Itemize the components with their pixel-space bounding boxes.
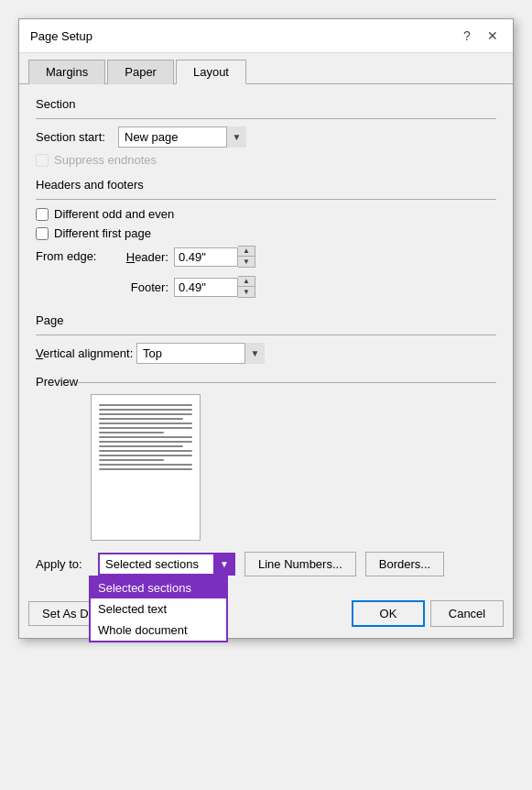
header-spinner-buttons: ▲ ▼ — [238, 246, 255, 268]
odd-even-row: Different odd and even — [36, 207, 496, 221]
suppress-endnotes-row: Suppress endnotes — [36, 153, 496, 167]
tab-bar: Margins Paper Layout — [19, 53, 513, 84]
header-spinner-group: Header: ▲ ▼ — [118, 246, 255, 268]
section-group: Section Section start: New page Continuo… — [36, 97, 496, 167]
dialog-title: Page Setup — [30, 29, 92, 43]
vertical-alignment-select[interactable]: Top Center Bottom Justified — [136, 343, 265, 364]
apply-option-whole-document[interactable]: Whole document — [91, 620, 226, 641]
ok-button[interactable]: OK — [352, 600, 425, 627]
vertical-alignment-row: Vertical alignment: Top Center Bottom Ju… — [36, 343, 496, 364]
section-group-label: Section — [36, 97, 496, 111]
apply-option-selected-sections[interactable]: Selected sections — [91, 577, 226, 598]
suppress-endnotes-checkbox[interactable] — [36, 154, 49, 167]
preview-box — [91, 394, 201, 541]
odd-even-checkbox[interactable] — [36, 208, 49, 221]
footer-label: Footer: — [118, 280, 168, 294]
preview-line — [99, 455, 192, 456]
headers-footers-label: Headers and footers — [36, 178, 496, 192]
preview-line — [99, 450, 192, 452]
apply-to-popup: Selected sections Selected text Whole do… — [89, 576, 228, 642]
header-spin-down[interactable]: ▼ — [238, 257, 255, 267]
preview-line — [99, 413, 192, 415]
preview-line — [99, 422, 192, 424]
tab-margins[interactable]: Margins — [28, 60, 105, 84]
first-page-label: Different first page — [54, 226, 151, 240]
vertical-alignment-dropdown-wrapper: Top Center Bottom Justified ▼ — [136, 343, 265, 364]
title-bar: Page Setup ? ✕ — [19, 19, 513, 53]
page-setup-dialog: Page Setup ? ✕ Margins Paper Layout Sect… — [18, 18, 514, 639]
preview-line — [99, 441, 192, 443]
section-start-label: Section start: — [36, 130, 118, 144]
footer-spin-down[interactable]: ▼ — [238, 287, 255, 297]
header-label: Header: — [118, 250, 168, 264]
apply-to-label: Apply to: — [36, 557, 89, 571]
suppress-endnotes-label: Suppress endnotes — [54, 153, 157, 167]
footer-spinner-group: Footer: ▲ ▼ — [118, 276, 255, 298]
page-group-label: Page — [36, 313, 496, 327]
footer-input[interactable] — [174, 278, 238, 297]
preview-line — [99, 418, 183, 420]
action-buttons: OK Cancel — [352, 600, 504, 627]
preview-line — [99, 459, 164, 461]
first-page-row: Different first page — [36, 226, 496, 240]
help-button[interactable]: ? — [458, 27, 476, 45]
preview-line — [99, 468, 192, 470]
footer-spinner-buttons: ▲ ▼ — [238, 276, 255, 298]
borders-button[interactable]: Borders... — [365, 552, 444, 576]
title-bar-controls: ? ✕ — [458, 27, 502, 45]
odd-even-label: Different odd and even — [54, 207, 174, 221]
preview-line — [99, 445, 183, 447]
from-edge-label: From edge: — [36, 246, 109, 263]
preview-line — [99, 409, 192, 411]
section-start-row: Section start: New page Continuous Even … — [36, 126, 496, 148]
cancel-button[interactable]: Cancel — [430, 600, 504, 627]
preview-line — [99, 464, 192, 466]
page-group: Page Vertical alignment: Top Center Bott… — [36, 313, 496, 364]
tab-layout[interactable]: Layout — [176, 60, 246, 84]
line-numbers-button[interactable]: Line Numbers... — [244, 552, 356, 576]
preview-label: Preview — [36, 375, 496, 389]
apply-to-row: Apply to: Selected sections Selected tex… — [36, 552, 496, 576]
tab-paper[interactable]: Paper — [107, 60, 174, 84]
apply-to-select[interactable]: Selected sections Selected text Whole do… — [98, 553, 235, 576]
dialog-content: Section Section start: New page Continuo… — [19, 84, 513, 593]
preview-line — [99, 427, 192, 429]
header-spin-up[interactable]: ▲ — [238, 247, 255, 257]
close-button[interactable]: ✕ — [483, 27, 502, 45]
vertical-alignment-label: Vertical alignment: — [36, 346, 136, 360]
from-edge-row: From edge: Header: ▲ ▼ Footer: — [36, 246, 496, 302]
preview-line — [99, 404, 192, 406]
headers-footers-group: Headers and footers Different odd and ev… — [36, 178, 496, 302]
spinners-column: Header: ▲ ▼ Footer: ▲ ▼ — [118, 246, 255, 302]
preview-line — [99, 436, 192, 438]
section-start-dropdown-wrapper: New page Continuous Even page Odd page ▼ — [118, 126, 246, 148]
footer-spin-up[interactable]: ▲ — [238, 277, 255, 287]
apply-to-dropdown-wrapper: Selected sections Selected text Whole do… — [98, 553, 235, 576]
first-page-checkbox[interactable] — [36, 227, 49, 240]
header-input[interactable] — [174, 247, 238, 267]
section-start-select[interactable]: New page Continuous Even page Odd page — [118, 126, 246, 148]
apply-option-selected-text[interactable]: Selected text — [91, 598, 226, 620]
preview-section: Preview — [36, 375, 496, 541]
preview-line — [99, 432, 164, 433]
